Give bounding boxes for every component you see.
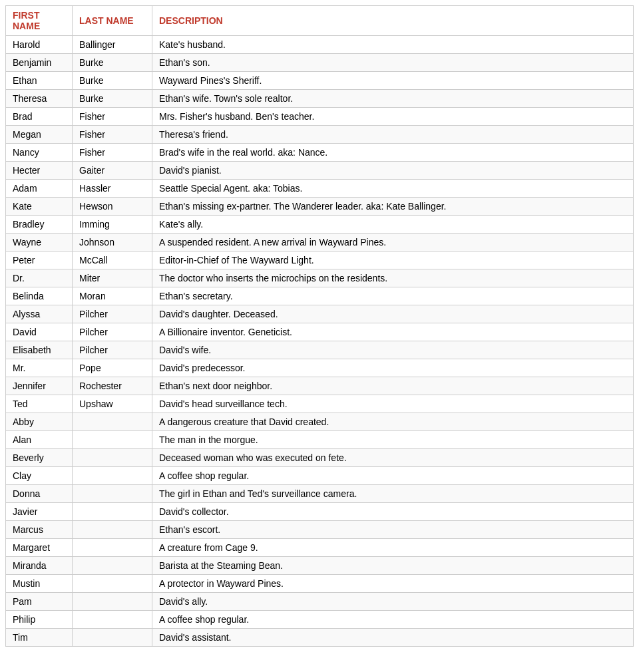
table-row: TimDavid's assistant.: [6, 629, 634, 647]
cell-firstname: Wayne: [6, 234, 73, 252]
cell-firstname: Alyssa: [6, 305, 73, 323]
cell-description: Ethan's missing ex-partner. The Wanderer…: [152, 198, 634, 216]
cell-lastname: [73, 539, 152, 557]
table-row: NancyFisherBrad's wife in the real world…: [6, 144, 634, 162]
table-row: ClayA coffee shop regular.: [6, 467, 634, 485]
cell-lastname: [73, 575, 152, 593]
cell-lastname: [73, 467, 152, 485]
cell-description: Kate's husband.: [152, 36, 634, 54]
cell-lastname: Ballinger: [73, 36, 152, 54]
table-row: WayneJohnsonA suspended resident. A new …: [6, 234, 634, 252]
table-row: JenniferRochesterEthan's next door neigh…: [6, 377, 634, 395]
cell-firstname: Clay: [6, 467, 73, 485]
cell-lastname: Moran: [73, 287, 152, 305]
cell-firstname: Harold: [6, 36, 73, 54]
table-row: KateHewsonEthan's missing ex-partner. Th…: [6, 198, 634, 216]
cell-description: David's wife.: [152, 341, 634, 359]
header-firstname: FIRST NAME: [6, 6, 73, 36]
cell-firstname: Javier: [6, 503, 73, 521]
cell-lastname: [73, 413, 152, 431]
table-row: BenjaminBurkeEthan's son.: [6, 54, 634, 72]
cell-description: The girl in Ethan and Ted's surveillance…: [152, 485, 634, 503]
table-row: HecterGaiterDavid's pianist.: [6, 162, 634, 180]
cell-lastname: Rochester: [73, 377, 152, 395]
cell-description: A suspended resident. A new arrival in W…: [152, 234, 634, 252]
cell-firstname: Mustin: [6, 575, 73, 593]
cell-lastname: [73, 611, 152, 629]
cell-lastname: Gaiter: [73, 162, 152, 180]
cell-firstname: Jennifer: [6, 377, 73, 395]
cell-firstname: Mr.: [6, 359, 73, 377]
table-row: Mr.PopeDavid's predecessor.: [6, 359, 634, 377]
cell-description: A Billionaire inventor. Geneticist.: [152, 323, 634, 341]
cell-lastname: Hassler: [73, 180, 152, 198]
cell-firstname: Ethan: [6, 72, 73, 90]
cell-description: Kate's ally.: [152, 216, 634, 234]
table-row: PeterMcCallEditor-in-Chief of The Waywar…: [6, 252, 634, 269]
cell-description: David's head surveillance tech.: [152, 395, 634, 413]
cell-lastname: Burke: [73, 54, 152, 72]
cell-description: Ethan's son.: [152, 54, 634, 72]
cell-description: David's collector.: [152, 503, 634, 521]
cell-firstname: Beverly: [6, 449, 73, 467]
table-row: MarcusEthan's escort.: [6, 521, 634, 539]
table-row: AlyssaPilcherDavid's daughter. Deceased.: [6, 305, 634, 323]
cell-firstname: Dr.: [6, 269, 73, 287]
cell-firstname: Belinda: [6, 287, 73, 305]
table-row: MirandaBarista at the Steaming Bean.: [6, 557, 634, 575]
cell-firstname: Bradley: [6, 216, 73, 234]
cell-firstname: Elisabeth: [6, 341, 73, 359]
cell-description: Barista at the Steaming Bean.: [152, 557, 634, 575]
cell-lastname: Fisher: [73, 126, 152, 144]
cell-lastname: Miter: [73, 269, 152, 287]
cell-firstname: Donna: [6, 485, 73, 503]
cell-description: Ethan's next door neighbor.: [152, 377, 634, 395]
cell-description: Deceased woman who was executed on fete.: [152, 449, 634, 467]
cell-lastname: Upshaw: [73, 395, 152, 413]
cell-description: David's predecessor.: [152, 359, 634, 377]
table-row: MeganFisherTheresa's friend.: [6, 126, 634, 144]
cell-lastname: [73, 629, 152, 647]
cell-description: David's daughter. Deceased.: [152, 305, 634, 323]
cell-description: Ethan's escort.: [152, 521, 634, 539]
cell-firstname: Kate: [6, 198, 73, 216]
cell-lastname: [73, 449, 152, 467]
cell-description: The man in the morgue.: [152, 431, 634, 449]
cell-description: A dangerous creature that David created.: [152, 413, 634, 431]
table-row: Dr.MiterThe doctor who inserts the micro…: [6, 269, 634, 287]
cell-description: Seattle Special Agent. aka: Tobias.: [152, 180, 634, 198]
cell-description: David's ally.: [152, 593, 634, 611]
cell-description: Ethan's wife. Town's sole realtor.: [152, 90, 634, 108]
cell-lastname: Burke: [73, 72, 152, 90]
table-row: EthanBurkeWayward Pines's Sheriff.: [6, 72, 634, 90]
table-row: AlanThe man in the morgue.: [6, 431, 634, 449]
cell-lastname: Imming: [73, 216, 152, 234]
cell-firstname: Ted: [6, 395, 73, 413]
characters-table-container: { "table": { "headers": ["FIRST NAME", "…: [0, 0, 639, 652]
cell-lastname: Fisher: [73, 108, 152, 126]
table-row: AbbyA dangerous creature that David crea…: [6, 413, 634, 431]
cell-lastname: Johnson: [73, 234, 152, 252]
characters-table: FIRST NAME LAST NAME DESCRIPTION HaroldB…: [5, 5, 634, 647]
cell-description: Brad's wife in the real world. aka: Nanc…: [152, 144, 634, 162]
cell-lastname: Burke: [73, 90, 152, 108]
cell-description: Mrs. Fisher's husband. Ben's teacher.: [152, 108, 634, 126]
table-row: PamDavid's ally.: [6, 593, 634, 611]
cell-description: Ethan's secretary.: [152, 287, 634, 305]
cell-firstname: Pam: [6, 593, 73, 611]
cell-firstname: Nancy: [6, 144, 73, 162]
cell-description: Wayward Pines's Sheriff.: [152, 72, 634, 90]
cell-firstname: Benjamin: [6, 54, 73, 72]
table-row: DonnaThe girl in Ethan and Ted's surveil…: [6, 485, 634, 503]
cell-lastname: Hewson: [73, 198, 152, 216]
table-row: MargaretA creature from Cage 9.: [6, 539, 634, 557]
cell-lastname: [73, 431, 152, 449]
cell-lastname: Pilcher: [73, 305, 152, 323]
cell-description: David's pianist.: [152, 162, 634, 180]
cell-lastname: Pilcher: [73, 341, 152, 359]
cell-firstname: Hecter: [6, 162, 73, 180]
table-row: JavierDavid's collector.: [6, 503, 634, 521]
cell-firstname: Philip: [6, 611, 73, 629]
cell-firstname: Tim: [6, 629, 73, 647]
cell-lastname: [73, 485, 152, 503]
